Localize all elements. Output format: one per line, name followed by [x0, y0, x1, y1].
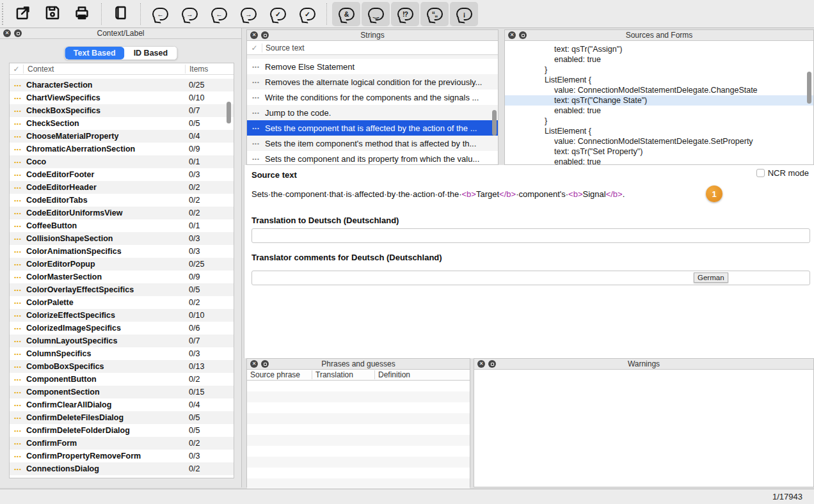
unfinished-dots-icon: ••• — [10, 415, 26, 421]
next-unfinished-button[interactable]: → — [175, 2, 204, 26]
check-column-header[interactable]: ✓ — [247, 43, 262, 52]
source-phrase-column-header[interactable]: Source phrase — [247, 370, 312, 379]
context-row[interactable]: •••CodeEditorFooter0/3 — [10, 168, 234, 181]
ncr-mode-checkbox[interactable] — [756, 169, 765, 177]
context-name: ColorizedImageSpecifics — [26, 324, 185, 333]
context-row[interactable]: •••ColorOverlayEffectSpecifics0/5 — [10, 283, 234, 296]
string-row[interactable]: •••Jump to the code. — [247, 105, 498, 120]
float-icon[interactable] — [261, 360, 269, 368]
close-icon[interactable]: ✕ — [508, 31, 516, 39]
string-row[interactable]: •••Remove Else Statement — [247, 59, 498, 74]
context-row[interactable]: •••CoffeeButton0/1 — [10, 219, 234, 232]
items-count: 0/5 — [185, 413, 234, 422]
close-icon[interactable]: ✕ — [3, 29, 11, 37]
float-icon[interactable] — [261, 31, 269, 39]
string-row[interactable]: •••Sets the item component's method that… — [247, 136, 498, 151]
sources-panel-titlebar: ✕ Sources and Forms — [505, 30, 813, 41]
context-row[interactable]: •••ChromaticAberrationSection0/9 — [10, 143, 234, 155]
markup-tag: </b> — [499, 189, 516, 199]
prev-button[interactable]: ← — [205, 2, 233, 26]
context-row[interactable]: •••CollisionShapeSection0/3 — [10, 232, 234, 245]
context-row[interactable]: •••ConfirmDeleteFolderDialog0/5 — [10, 424, 234, 437]
float-icon[interactable] — [519, 31, 527, 39]
string-row[interactable]: •••Removes the alternate logical conditi… — [247, 74, 498, 90]
context-row[interactable]: •••CodeEditorHeader0/2 — [10, 181, 234, 194]
phrase-matches-toggle-button[interactable]: “„ — [420, 2, 449, 26]
toolbar-drag-handle[interactable] — [2, 3, 6, 25]
definition-column-header[interactable]: Definition — [375, 370, 470, 379]
context-row[interactable]: •••ConfirmForm0/2 — [10, 437, 234, 450]
translation-column-header[interactable]: Translation — [312, 370, 375, 379]
context-row[interactable]: •••ComboBoxSpecifics0/13 — [10, 360, 234, 373]
place-markers-toggle-button[interactable]: ¡ — [450, 2, 478, 26]
context-row[interactable]: •••ComponentButton0/2 — [10, 373, 234, 386]
context-row[interactable]: •••Coco0/1 — [10, 155, 234, 168]
strings-scrollbar[interactable] — [492, 110, 497, 136]
unfinished-dots-icon: ••• — [10, 83, 26, 88]
context-row[interactable]: •••ConfirmDeleteFilesDialog0/5 — [10, 411, 234, 424]
phrase-book-button[interactable] — [107, 2, 135, 26]
context-row[interactable]: •••ColorMasterSection0/9 — [10, 271, 234, 283]
save-button[interactable] — [38, 2, 67, 26]
context-row[interactable]: •••ColumnSpecifics0/3 — [10, 347, 234, 360]
context-row[interactable]: •••ColumnLayoutSpecifics0/7 — [10, 335, 234, 347]
sources-scrollbar[interactable] — [807, 72, 811, 104]
context-row[interactable]: •••ConfirmClearAllDialog0/4 — [10, 398, 234, 411]
unfinished-dots-icon: ••• — [10, 95, 26, 101]
items-column-header[interactable]: Items — [185, 65, 234, 74]
context-name: CheckBoxSpecifics — [26, 106, 185, 115]
context-row[interactable]: •••ColorizedImageSpecifics0/6 — [10, 322, 234, 335]
unfinished-dots-icon: ••• — [10, 313, 26, 319]
context-row[interactable]: •••CheckSection0/5 — [10, 117, 234, 130]
context-row[interactable]: •••ColorEditorPopup0/25 — [10, 258, 234, 271]
context-row[interactable]: •••ConnectionsDialog0/2 — [10, 462, 234, 475]
unfinished-dots-icon: ••• — [10, 287, 26, 293]
unfinished-dots-icon: ••• — [10, 402, 26, 408]
source-text-column-header[interactable]: Source text — [262, 43, 305, 52]
context-scrollbar[interactable] — [227, 102, 231, 123]
accelerators-toggle-button[interactable]: & — [332, 2, 360, 26]
context-row[interactable]: •••ColorAnimationSpecifics0/3 — [10, 245, 234, 258]
string-row-selected[interactable]: •••Sets the component that is affected b… — [247, 120, 498, 136]
close-icon[interactable]: ✕ — [250, 31, 258, 39]
open-button[interactable] — [9, 2, 37, 26]
context-row[interactable]: •••CodeEditorUniformsView0/2 — [10, 207, 234, 219]
translation-input[interactable] — [251, 228, 810, 243]
next-button[interactable]: → — [234, 2, 262, 26]
context-row[interactable]: •••CharacterSection0/25 — [10, 79, 234, 91]
tab-text-based[interactable]: Text Based — [65, 47, 125, 59]
context-column-header[interactable]: Context — [24, 65, 185, 74]
context-row[interactable]: •••CodeEditorTabs0/2 — [10, 194, 234, 207]
panel-title: Warnings — [474, 359, 813, 368]
check-column-header[interactable]: ✓ — [10, 65, 24, 74]
ncr-mode-label: NCR mode — [768, 168, 809, 178]
surrounding-whitespace-toggle-button[interactable]: ‿ — [362, 2, 390, 26]
context-row[interactable]: •••ChooseMaterialProperty0/4 — [10, 130, 234, 143]
prev-unfinished-button[interactable]: ← — [146, 2, 174, 26]
close-icon[interactable]: ✕ — [250, 360, 258, 368]
unfinished-dots-icon: ••• — [10, 274, 26, 280]
context-name: CoffeeButton — [26, 221, 185, 230]
items-count: 0/10 — [185, 311, 234, 320]
done-button[interactable]: ✓ — [264, 2, 292, 26]
float-icon[interactable] — [14, 29, 22, 37]
context-row[interactable]: •••ComponentSection0/15 — [10, 386, 234, 398]
float-icon[interactable] — [488, 360, 496, 368]
context-row[interactable]: •••ColorPalette0/2 — [10, 296, 234, 309]
tab-id-based[interactable]: ID Based — [125, 47, 177, 59]
string-row[interactable]: •••Sets the component and its property f… — [247, 151, 498, 164]
unfinished-dots-icon: ••• — [10, 172, 26, 178]
context-row[interactable]: •••ColorizeEffectSpecifics0/10 — [10, 309, 234, 322]
source-code-view[interactable]: text: qsTr("Assign")enabled: true}ListEl… — [505, 41, 813, 164]
unfinished-dots-icon: ••• — [10, 198, 26, 203]
context-row[interactable]: •••CheckBoxSpecifics0/7 — [10, 104, 234, 117]
glyph: !? — [403, 10, 408, 17]
string-row[interactable]: •••Write the conditions for the componen… — [247, 90, 498, 105]
code-line: text: qsTr("Set Property") — [505, 146, 813, 157]
ending-punctuation-toggle-button[interactable]: !? — [391, 2, 419, 26]
done-and-next-button[interactable]: ✓ — [293, 2, 321, 26]
close-icon[interactable]: ✕ — [477, 360, 485, 368]
context-row[interactable]: •••ChartViewSpecifics0/10 — [10, 91, 234, 104]
context-row[interactable]: •••ConfirmPropertyRemoveForm0/3 — [10, 450, 234, 462]
print-button[interactable] — [68, 2, 96, 26]
